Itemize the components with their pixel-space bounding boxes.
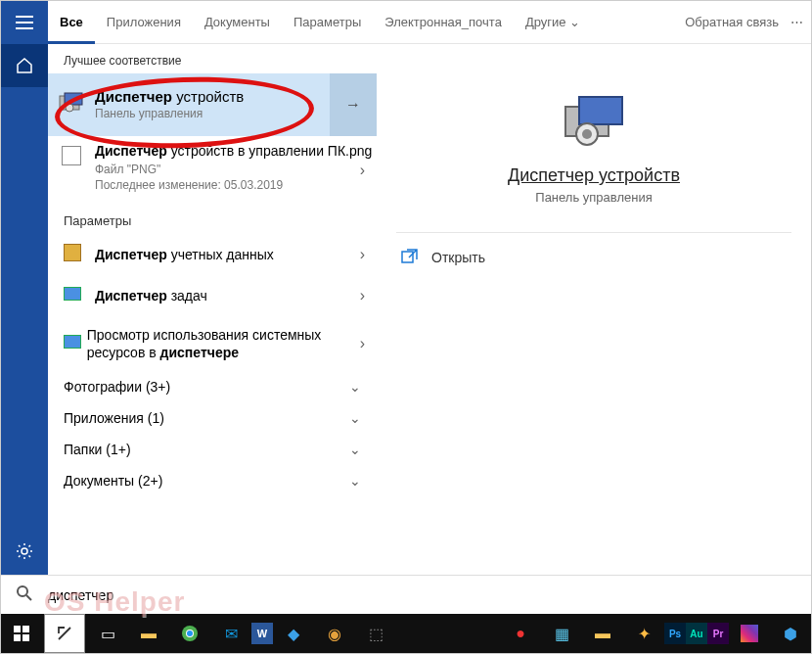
cat-photos[interactable]: Фотографии (3+)⌄ [48, 371, 377, 402]
svg-rect-9 [402, 252, 413, 262]
svg-rect-13 [14, 634, 21, 641]
tb-app1[interactable]: ◆ [273, 614, 314, 653]
cortana-icon[interactable] [44, 614, 85, 653]
tab-other[interactable]: Другие ⌄ [514, 1, 592, 44]
monitor-icon [64, 287, 95, 304]
tb-app6[interactable]: ✦ [623, 614, 664, 653]
nav-sidebar [1, 1, 48, 616]
tb-pr[interactable]: Pr [707, 623, 729, 644]
feedback-link[interactable]: Обратная связь [685, 15, 779, 29]
svg-point-8 [582, 129, 592, 139]
detail-title: Диспетчер устройств [396, 165, 791, 186]
tb-rec[interactable]: ● [500, 614, 541, 653]
taskbar: ▭ ▬ ✉ W ◆ ◉ ⬚ ● ▦ ▬ ✦ Ps Au Pr ⬢ [1, 614, 811, 653]
tb-au[interactable]: Au [686, 623, 707, 644]
monitor-icon [64, 335, 87, 352]
tb-chrome[interactable] [169, 614, 210, 653]
search-icon[interactable] [1, 584, 48, 606]
credential-icon [64, 244, 95, 265]
device-manager-icon [48, 90, 95, 119]
svg-rect-6 [579, 97, 622, 124]
tb-app8[interactable]: ⬢ [770, 614, 811, 653]
tab-docs[interactable]: Документы [193, 1, 282, 44]
chevron-right-icon: › [360, 287, 365, 304]
tb-app7[interactable] [729, 614, 770, 653]
start-icon[interactable] [1, 614, 42, 653]
menu-icon[interactable] [1, 1, 48, 44]
tb-app3[interactable]: ⬚ [355, 614, 396, 653]
tb-app2[interactable]: ◉ [314, 614, 355, 653]
svg-rect-3 [65, 93, 82, 105]
svg-point-17 [187, 631, 193, 636]
chevron-right-icon: › [360, 335, 365, 352]
tab-apps[interactable]: Приложения [95, 1, 193, 44]
file-icon [48, 142, 95, 165]
tab-email[interactable]: Электронная_почта [373, 1, 514, 44]
tb-app5[interactable]: ▬ [582, 614, 623, 653]
chevron-down-icon: ⌄ [349, 442, 361, 457]
more-icon[interactable]: ⋯ [790, 15, 803, 29]
detail-subtitle: Панель управления [396, 190, 791, 205]
result-png-file[interactable]: Диспетчер устройств в управлении ПК.png … [48, 136, 377, 204]
chevron-down-icon: ⌄ [349, 473, 361, 489]
cat-docs[interactable]: Документы (2+)⌄ [48, 465, 377, 496]
open-icon [400, 249, 418, 266]
tb-app4[interactable]: ▦ [541, 614, 582, 653]
result-credential-manager[interactable]: Диспетчер учетных данных › [48, 234, 377, 275]
best-match-heading: Лучшее соответствие [48, 44, 377, 73]
chevron-down-icon: ⌄ [349, 379, 361, 395]
cat-folders[interactable]: Папки (1+)⌄ [48, 434, 377, 465]
tb-mail[interactable]: ✉ [210, 614, 251, 653]
expand-arrow-icon[interactable]: → [330, 73, 377, 136]
result-device-manager[interactable]: Диспетчер устройств Панель управления → [48, 73, 377, 136]
tab-params[interactable]: Параметры [282, 1, 373, 44]
tb-ps[interactable]: Ps [664, 623, 686, 644]
task-view-icon[interactable]: ▭ [87, 614, 128, 653]
svg-rect-11 [14, 626, 21, 632]
home-icon[interactable] [1, 44, 48, 87]
params-heading: Параметры [48, 204, 377, 234]
device-manager-large-icon [396, 93, 791, 152]
chevron-down-icon: ⌄ [349, 410, 361, 426]
svg-point-10 [18, 586, 27, 596]
tb-explorer[interactable]: ▬ [128, 614, 169, 653]
search-row [1, 575, 811, 614]
results-pane: Лучшее соответствие Диспетчер устройств … [48, 44, 377, 614]
chevron-right-icon: › [360, 162, 365, 179]
open-action[interactable]: Открыть [396, 233, 791, 282]
tb-word[interactable]: W [251, 623, 273, 644]
chevron-down-icon: ⌄ [569, 15, 580, 29]
svg-point-4 [66, 104, 73, 112]
settings-icon[interactable] [1, 530, 48, 573]
svg-rect-14 [23, 634, 29, 641]
filter-tabs: Все Приложения Документы Параметры Элект… [48, 1, 811, 44]
cat-apps[interactable]: Приложения (1)⌄ [48, 402, 377, 434]
result-resource-monitor[interactable]: Просмотр использования системных ресурсо… [48, 316, 377, 371]
result-task-manager[interactable]: Диспетчер задач › [48, 275, 377, 316]
svg-point-0 [22, 548, 27, 554]
tab-all[interactable]: Все [48, 1, 95, 44]
search-input[interactable] [48, 577, 811, 614]
detail-pane: Диспетчер устройств Панель управления От… [377, 44, 811, 614]
chevron-right-icon: › [360, 246, 365, 263]
svg-rect-12 [23, 626, 29, 632]
